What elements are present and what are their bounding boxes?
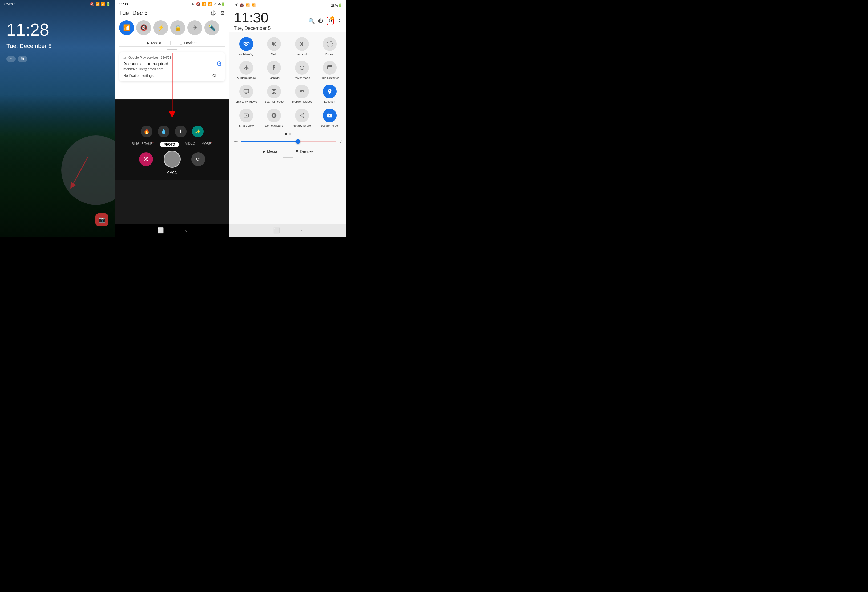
lock-status-bar: CMCC 🔇 📶 📶 🔋	[0, 0, 115, 8]
notif-mute-icon: 🔇	[196, 2, 201, 6]
qs-nav-back[interactable]: ‹	[301, 228, 303, 234]
qs-nearby-share-icon	[295, 108, 309, 123]
qs-battery: 28%🔋	[331, 3, 342, 7]
nfc-icon: N	[192, 2, 195, 6]
notif-devices-button[interactable]: ⊞ Devices	[179, 41, 198, 45]
qs-nav-bar: ⬜ ‹	[229, 224, 347, 237]
qs-media-button[interactable]: ▶ Media	[263, 149, 277, 154]
qs-tile-wifi[interactable]: mobitrix-5g	[233, 34, 260, 58]
qs-action-icons: 🔍 ⏻ ⚙ N ⋮	[309, 17, 342, 25]
qs-nearby-share-label: Nearby Share	[293, 124, 311, 127]
notif-action-icons: ⏻ ⚙	[211, 10, 225, 16]
nav-back[interactable]: ‹	[185, 228, 187, 234]
brightness-icon: ☀	[234, 139, 238, 145]
power-icon[interactable]: ⏻	[211, 10, 216, 16]
camera-icon-3[interactable]: ⬇	[175, 126, 186, 137]
nav-home[interactable]: ⬜	[157, 227, 164, 234]
qs-wifi-icon: 📶	[245, 3, 250, 7]
quick-tile-portrait[interactable]: 🔒	[170, 20, 185, 35]
camera-mode-photo[interactable]: PHOTO	[160, 142, 179, 148]
camera-top-icons: 🔥 💧 ⬇ ✨	[141, 126, 204, 137]
camera-shutter-button[interactable]	[164, 151, 181, 168]
quick-tile-mute[interactable]: 🔇	[136, 20, 151, 35]
qs-tile-portrait[interactable]: Portrait	[316, 34, 343, 58]
qs-power-mode-icon	[295, 61, 309, 75]
brightness-slider[interactable]	[241, 141, 336, 142]
qs-search-icon[interactable]: 🔍	[309, 18, 315, 24]
bluetooth-tile-icon: ⚡	[157, 24, 164, 31]
lock-date: Tue, December 5	[6, 43, 52, 50]
qs-tile-nearby-share[interactable]: Nearby Share	[288, 106, 316, 129]
notif-signal-icon: 📶	[208, 2, 212, 6]
brightness-expand-icon[interactable]: ∨	[339, 139, 342, 144]
qs-date: Tue, December 5	[234, 25, 270, 31]
quick-tile-wifi[interactable]: 📶	[119, 20, 134, 35]
qs-dot-1	[285, 133, 287, 135]
qs-dnd-label: Do not disturb	[265, 124, 283, 127]
camera-mode-video[interactable]: VIDEO	[185, 142, 195, 148]
qs-dot-2	[289, 133, 291, 135]
airplane-tile-icon: ✈	[192, 24, 197, 31]
qs-smart-view-icon	[239, 108, 253, 123]
qs-tile-power-mode[interactable]: Power mode	[288, 58, 316, 81]
quick-tile-flashlight[interactable]: 🔦	[204, 20, 219, 35]
settings-icon[interactable]: ⚙	[220, 10, 225, 16]
qs-tile-mute[interactable]: Mute	[260, 34, 288, 58]
qs-more-icon[interactable]: ⋮	[337, 18, 342, 24]
notif-battery: 28%🔋	[214, 2, 225, 6]
qs-tile-location[interactable]: Location	[316, 82, 343, 105]
camera-icon-2[interactable]: 💧	[158, 126, 170, 137]
qs-flashlight-icon	[267, 61, 281, 75]
qs-power-mode-label: Power mode	[294, 76, 310, 80]
qs-nav-home[interactable]: ⬜	[273, 227, 280, 234]
camera-flip-button[interactable]: ⟳	[191, 152, 205, 166]
lock-camera-button[interactable]: 📷	[95, 213, 108, 226]
qs-mute-label: Mute	[271, 53, 277, 56]
play-icon: ▶	[146, 41, 149, 45]
qs-bluetooth-icon	[295, 37, 309, 51]
brightness-thumb[interactable]	[295, 139, 300, 144]
warning-icon: ⚠	[123, 56, 126, 59]
flashlight-tile-icon: 🔦	[208, 24, 216, 31]
quick-tile-airplane[interactable]: ✈	[187, 20, 202, 35]
notif-clear-button[interactable]: Clear	[213, 74, 221, 78]
qs-blue-light-icon	[323, 61, 337, 75]
drag-handle-bar	[283, 157, 294, 158]
camera-filter-button[interactable]: ❋	[139, 152, 153, 166]
qs-tile-airplane[interactable]: Airplane mode	[233, 58, 260, 81]
camera-icon-1[interactable]: 🔥	[141, 126, 152, 137]
lock-carrier: CMCC	[4, 2, 15, 6]
qs-tile-mobile-hotspot[interactable]: Mobile Hotspot	[288, 82, 316, 105]
qs-bluetooth-label: Bluetooth	[295, 53, 308, 56]
qs-tile-link-windows[interactable]: Link to Windows	[233, 82, 260, 105]
qs-status-bar: N 🔇 📶 📶 28%🔋	[229, 2, 347, 9]
notif-settings-link[interactable]: Notification settings	[123, 74, 154, 78]
camera-mode-single[interactable]: SINGLE TAKE●	[131, 142, 154, 148]
notif-media-button[interactable]: ▶ Media	[146, 41, 161, 45]
qs-tile-smart-view[interactable]: Smart View	[233, 106, 260, 129]
qs-tile-flashlight[interactable]: Flashlight	[260, 58, 288, 81]
qs-scan-qr-label: Scan QR code	[265, 100, 284, 104]
camera-mode-more[interactable]: MORE●	[201, 142, 213, 148]
camera-icon-4[interactable]: ✨	[192, 126, 204, 137]
qs-datetime-row: 11:30 Tue, December 5 🔍 ⏻ ⚙ N ⋮	[229, 9, 347, 32]
quick-tile-bluetooth[interactable]: ⚡	[153, 20, 168, 35]
lock-shortcut-alert[interactable]: ⚠	[6, 56, 16, 62]
google-logo: G	[217, 60, 222, 68]
qs-power-icon[interactable]: ⏻	[318, 18, 323, 24]
qs-portrait-label: Portrait	[325, 53, 334, 56]
qs-tile-blue-light[interactable]: Blue light filter	[316, 58, 343, 81]
qs-scan-qr-icon	[267, 84, 281, 98]
qs-media-devices: ▶ Media | ⊞ Devices	[229, 147, 347, 156]
qs-settings-button[interactable]: ⚙ N	[327, 17, 334, 25]
lock-shortcut-photo[interactable]: 🖼	[18, 56, 27, 62]
mute-tile-icon: 🔇	[140, 24, 148, 31]
qs-tile-secure-folder[interactable]: Secure Folder	[316, 106, 343, 129]
qs-tile-dnd[interactable]: Do not disturb	[260, 106, 288, 129]
qs-tile-bluetooth[interactable]: Bluetooth	[288, 34, 316, 58]
battery-icon: 🔋	[106, 2, 110, 6]
qs-signal-icon: 📶	[251, 3, 255, 7]
qs-devices-button[interactable]: ⊞ Devices	[295, 149, 313, 154]
qs-location-icon	[323, 84, 337, 98]
qs-tile-scan-qr[interactable]: Scan QR code	[260, 82, 288, 105]
